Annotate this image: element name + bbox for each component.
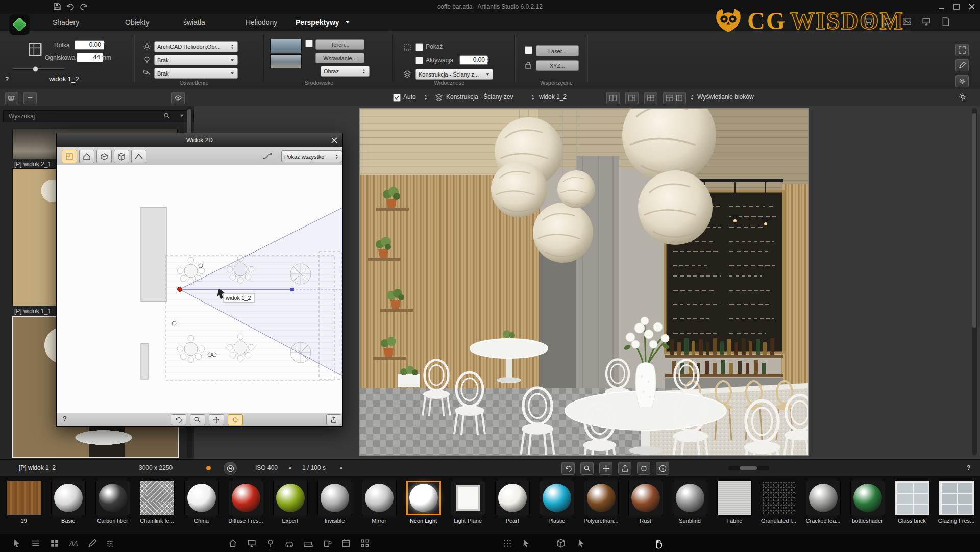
plan-tool-house-button[interactable] [79,150,94,163]
menu-item-shadery[interactable]: Shadery [53,14,79,31]
obraz-dropdown[interactable]: Obraz [321,66,370,77]
active-view-label[interactable]: widok 1_2 [539,93,567,101]
plan-tool-boxtop-button[interactable] [96,150,112,163]
aktywacja-field[interactable]: 0.00 [459,55,488,65]
doc-icon[interactable] [941,17,950,26]
material-glass-brick[interactable]: Glass brick [890,481,934,534]
remove-view-button[interactable] [23,92,37,104]
material-polyurethan[interactable]: Polyurethan... [579,481,623,534]
waves-icon[interactable] [107,539,116,548]
status-help[interactable]: ? [967,464,970,471]
layout-split3-button[interactable] [625,92,639,104]
monitor-icon[interactable] [247,539,256,548]
preview-eye-button[interactable] [172,92,185,104]
material-neon-light[interactable]: Neon Light [401,481,446,534]
gear-button[interactable] [955,75,969,87]
material-light-plane[interactable]: Light Plane [446,481,490,534]
lights-dropdown[interactable]: Brak [154,55,238,65]
laser-button[interactable]: Laser... [536,45,579,56]
widok-2d-titlebar[interactable]: Widok 2D [57,133,342,148]
material-basic[interactable]: Basic [46,481,90,534]
material-invisible[interactable]: Invisible [312,481,357,534]
material-carbon-fiber[interactable]: Carbon fiber [90,481,135,534]
pointer-icon[interactable] [522,539,531,548]
material-mirror[interactable]: Mirror [357,481,401,534]
monitor-icon[interactable] [922,17,931,26]
menu-item-obiekty[interactable]: Obiekty [125,14,149,31]
material-cracked-lea[interactable]: Cracked lea... [801,481,845,534]
plan-tool-plan-button[interactable] [62,150,77,163]
menu-item-perspektywy[interactable]: Perspektywy [296,14,351,31]
list-icon[interactable] [31,539,40,548]
aktywacja-spinner[interactable] [485,56,491,63]
material-19[interactable]: 19 [2,481,46,534]
blocks-label[interactable]: Wyświetlanie bloków [697,93,754,101]
layer-spinner-icon[interactable] [530,94,536,101]
material-granulated-l[interactable]: Granulated l... [756,481,801,534]
sky-preview-1[interactable] [270,39,302,53]
shutter-value[interactable]: 1 / 100 s [302,464,326,471]
laser-checkbox[interactable] [525,46,532,54]
sofa-icon[interactable] [304,539,313,548]
viewport-scrollbar[interactable] [972,108,977,455]
material-pearl[interactable]: Pearl [490,481,534,534]
plan-nav-magnifier-button[interactable] [190,414,205,425]
focal-slider[interactable] [13,66,64,72]
plan-help[interactable]: ? [63,415,67,422]
material-rust[interactable]: Rust [623,481,668,534]
plan-nav-move-button[interactable] [209,414,224,425]
pen-icon[interactable] [88,539,97,548]
search-caret-icon[interactable] [179,113,185,119]
calendar-icon[interactable] [341,539,351,548]
material-glazing-fres[interactable]: Glazing Fres... [934,481,978,534]
path-curve-icon[interactable] [263,152,272,161]
expand-button[interactable] [955,44,969,56]
visibility-layer-dropdown[interactable]: Konstrukcja - Ściany z... [415,69,493,80]
home-icon[interactable] [228,539,237,548]
iso-value[interactable]: ISO 400 [255,464,278,471]
pointer-icon[interactable] [12,539,21,548]
material-expert[interactable]: Expert [268,481,312,534]
camera-frame-icon[interactable] [28,42,43,57]
add-view-button[interactable] [5,92,18,104]
plan-section-button[interactable] [326,414,341,425]
menu-item-wiat-a[interactable]: światła [183,14,205,31]
heliodon-dropdown[interactable]: ArchiCAD Heliodon;Obr... [154,41,238,52]
viewport-hscrollbar[interactable] [728,466,769,470]
sync-icon[interactable] [883,17,892,26]
plan-canvas[interactable]: widok 1_2 [57,165,342,413]
maximize-button[interactable] [952,3,961,11]
sky-preview-2[interactable] [270,54,302,68]
status-info-button[interactable] [656,462,669,475]
material-diffuse-fres[interactable]: Diffuse Fres... [224,481,268,534]
material-fabric[interactable]: Fabric [712,481,756,534]
blocks-spinner-icon[interactable] [689,94,695,101]
status-magnifier-button[interactable] [580,462,594,475]
pen-button[interactable] [955,59,969,71]
auto-checkbox[interactable] [393,94,401,102]
cart-icon[interactable] [864,17,873,26]
material-plastic[interactable]: Plastic [534,481,579,534]
grid-icon[interactable] [50,539,59,548]
hand-icon[interactable] [653,539,664,549]
widok-2d-window[interactable]: Widok 2D Pokaż wszystko [56,133,343,427]
close-button[interactable] [968,3,976,11]
image-icon[interactable] [902,17,912,26]
layout-splitT-button[interactable] [663,92,676,104]
layout-split2-button[interactable] [606,92,620,104]
plan-nav-target-button[interactable] [228,414,243,425]
material-bottleshader[interactable]: bottleshader [845,481,890,534]
iso-up-icon[interactable] [287,465,293,471]
teren-button[interactable]: Teren... [315,39,364,50]
render-viewport[interactable] [359,108,809,456]
neon-dropdown[interactable]: Brak [154,68,238,79]
plan-tool-box3d-button[interactable] [114,150,129,163]
pin-icon[interactable] [266,539,275,548]
render-button[interactable] [224,462,237,475]
menu-item-heliodony[interactable]: Heliodony [246,14,277,31]
brightness-icon[interactable] [959,93,967,101]
layout-split4-button[interactable] [644,92,657,104]
letters-icon[interactable]: AA [69,539,78,548]
status-undo-button[interactable] [561,462,575,475]
auto-spinner-icon[interactable] [423,94,429,101]
